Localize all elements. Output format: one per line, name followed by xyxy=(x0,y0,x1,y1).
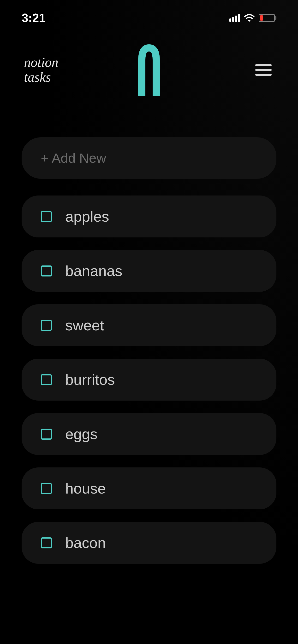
cellular-signal-icon xyxy=(229,14,240,22)
task-item[interactable]: house xyxy=(22,468,276,509)
task-checkbox[interactable] xyxy=(41,211,52,222)
app-title: notion tasks xyxy=(24,55,58,84)
task-checkbox[interactable] xyxy=(41,538,52,548)
add-new-label: + Add New xyxy=(41,150,257,166)
task-checkbox[interactable] xyxy=(41,320,52,331)
task-label: burritos xyxy=(65,371,115,388)
wifi-icon xyxy=(244,13,255,23)
task-checkbox[interactable] xyxy=(41,266,52,276)
task-label: apples xyxy=(65,208,109,225)
task-label: house xyxy=(65,480,106,497)
task-item[interactable]: apples xyxy=(22,196,276,238)
task-checkbox[interactable] xyxy=(41,374,52,385)
hamburger-icon xyxy=(255,64,272,66)
task-item[interactable]: bacon xyxy=(22,522,276,564)
main-content: + Add New apples bananas sweet burritos … xyxy=(0,94,298,564)
task-label: bananas xyxy=(65,262,122,279)
task-label: bacon xyxy=(65,534,106,551)
task-item[interactable]: sweet xyxy=(22,304,276,346)
task-item[interactable]: bananas xyxy=(22,250,276,292)
task-list: apples bananas sweet burritos eggs house… xyxy=(22,196,276,564)
task-label: eggs xyxy=(65,426,97,442)
app-title-line1: notion xyxy=(24,55,58,70)
status-bar: 3:21 xyxy=(0,0,298,31)
app-title-line2: tasks xyxy=(24,70,58,85)
status-time: 3:21 xyxy=(22,11,46,25)
app-header: notion tasks xyxy=(0,31,298,94)
status-icons xyxy=(229,13,276,23)
battery-low-icon xyxy=(259,14,276,22)
task-item[interactable]: burritos xyxy=(22,359,276,400)
task-checkbox[interactable] xyxy=(41,483,52,494)
menu-button[interactable] xyxy=(253,62,274,78)
task-checkbox[interactable] xyxy=(41,428,52,440)
app-logo-icon xyxy=(137,43,161,97)
task-item[interactable]: eggs xyxy=(22,413,276,455)
task-label: sweet xyxy=(65,317,104,334)
add-new-button[interactable]: + Add New xyxy=(22,137,276,179)
